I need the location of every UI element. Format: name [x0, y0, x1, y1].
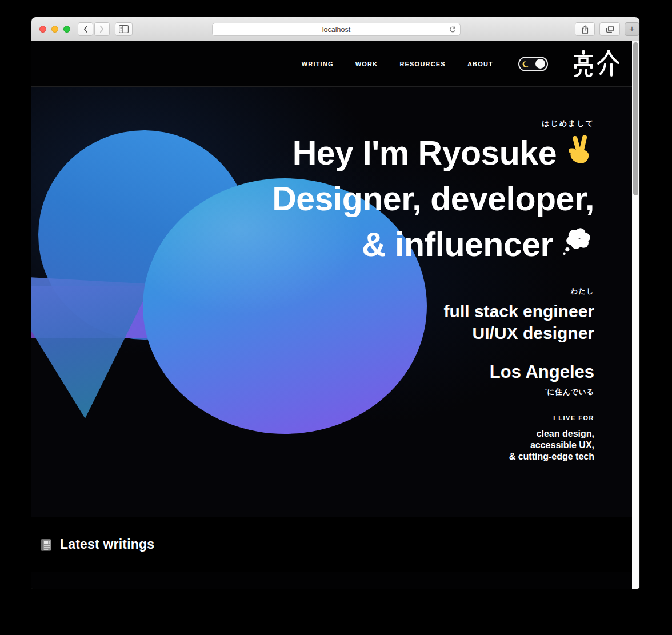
sidebar-button[interactable] — [115, 22, 133, 36]
crescent-moon-icon — [522, 60, 530, 70]
pin-triangle-shape — [31, 275, 151, 418]
close-window-button[interactable] — [39, 26, 46, 33]
latest-writings-title: Latest writings — [60, 537, 154, 552]
scrollbar-track[interactable] — [632, 41, 639, 589]
chevron-left-icon — [83, 25, 88, 33]
live-for-item-3: & cutting-edge tech — [509, 451, 594, 462]
greeting-jp: はじめまして — [542, 118, 594, 129]
live-for-item-1: clean design, — [509, 428, 594, 440]
roles-label-jp: わたし — [444, 286, 594, 296]
site-logo[interactable] — [571, 49, 621, 79]
role-1: full stack engineer — [444, 301, 594, 322]
toggle-knob — [535, 59, 545, 69]
role-2: UI/UX designer — [444, 322, 594, 344]
zoom-window-button[interactable] — [63, 26, 70, 33]
minimize-window-button[interactable] — [51, 26, 58, 33]
scrollbar-thumb[interactable] — [633, 42, 638, 195]
headline-line-1: Hey I'm Ryosuke — [272, 130, 594, 176]
nav-link-work[interactable]: WORK — [355, 61, 378, 67]
live-for-label: I LIVE FOR — [509, 414, 594, 421]
tabs-icon — [605, 25, 615, 34]
share-icon — [581, 25, 589, 34]
roles-block: わたし full stack engineer UI/UX designer — [444, 286, 594, 344]
address-bar-url: localhost — [322, 26, 350, 34]
reload-icon[interactable] — [449, 26, 457, 35]
location-block: Los Angeles `に住んでいる — [490, 362, 594, 397]
plus-icon: + — [629, 23, 635, 35]
hero-section: はじめまして Hey I'm Ryosuke — [31, 87, 639, 517]
theme-toggle[interactable] — [518, 57, 548, 71]
live-for-block: I LIVE FOR clean design, accessible UX, … — [509, 414, 594, 462]
hero-headline: Hey I'm Ryosuke Designer, — [272, 130, 594, 267]
location-city: Los Angeles — [490, 362, 594, 382]
back-button[interactable] — [78, 22, 93, 36]
victory-hand-icon — [565, 130, 594, 176]
nav-link-writing[interactable]: WRITING — [302, 61, 334, 67]
browser-toolbar: localhost — [31, 17, 639, 41]
site-header: WRITING WORK RESOURCES ABOUT — [31, 41, 639, 87]
newspaper-icon — [39, 537, 54, 552]
nav-link-resources[interactable]: RESOURCES — [399, 61, 445, 67]
live-for-item-2: accessible UX, — [509, 440, 594, 451]
headline-line-3: & influencer — [272, 222, 594, 267]
show-tabs-button[interactable] — [599, 22, 620, 36]
address-bar[interactable]: localhost — [212, 23, 461, 36]
chevron-right-icon — [99, 25, 105, 33]
location-suffix-jp: `に住んでいる — [490, 387, 594, 397]
page-content: WRITING WORK RESOURCES ABOUT — [31, 41, 639, 589]
new-tab-button[interactable]: + — [625, 22, 639, 36]
thought-balloon-icon — [561, 222, 594, 267]
headline-line-2: Designer, developer, — [272, 176, 594, 222]
nav-link-about[interactable]: ABOUT — [467, 61, 493, 67]
browser-window: localhost — [31, 17, 639, 589]
forward-button[interactable] — [94, 22, 110, 36]
share-button[interactable] — [575, 22, 595, 36]
sidebar-icon — [118, 25, 129, 34]
latest-writings-section: Latest writings — [31, 517, 639, 572]
